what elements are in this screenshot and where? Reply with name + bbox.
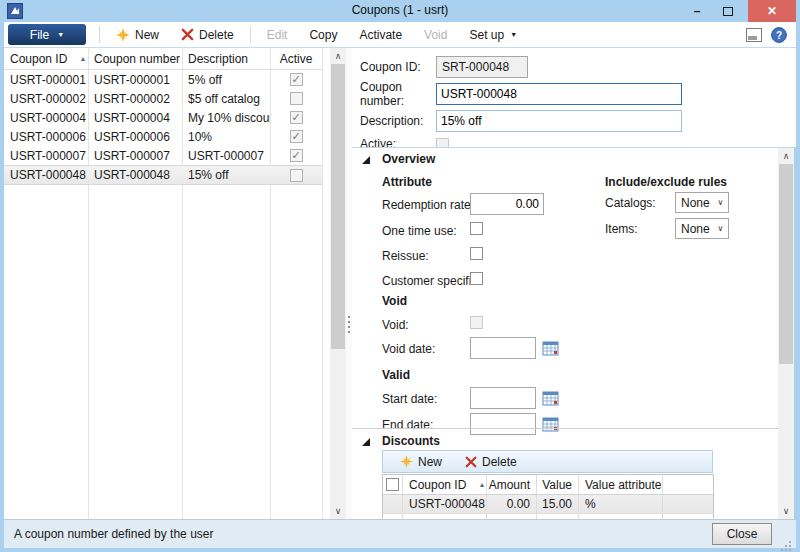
column-header-coupon-id[interactable]: Coupon ID ▲ (403, 475, 487, 494)
discounts-section-title[interactable]: Discounts (382, 434, 440, 448)
overview-expander-icon[interactable] (362, 156, 370, 164)
close-window-button[interactable]: ✕ (748, 0, 796, 22)
reissue-checkbox[interactable] (470, 247, 483, 260)
description-input[interactable] (436, 110, 682, 132)
start-date-input[interactable] (470, 387, 536, 409)
scroll-up-icon[interactable]: ∧ (778, 148, 794, 164)
table-row[interactable]: USRT-000007 USRT-000007 USRT-000007 ✓ (4, 146, 322, 165)
calendar-icon[interactable] (542, 340, 559, 356)
discount-row-selected[interactable]: USRT-000048 0.00 15.00 % (383, 495, 713, 514)
titlebar: Coupons (1 - usrt) – ✕ (0, 0, 800, 22)
list-rows: USRT-000001 USRT-000001 5% off ✓ USRT-00… (4, 70, 322, 185)
close-button[interactable]: Close (712, 523, 772, 545)
minimize-button[interactable]: – (684, 0, 710, 22)
help-icon[interactable]: ? (771, 27, 787, 43)
column-header-active[interactable]: Active (270, 52, 322, 66)
calendar-icon[interactable] (542, 416, 559, 432)
one-time-use-checkbox[interactable] (470, 222, 483, 235)
active-checkbox (290, 92, 303, 105)
end-date-input[interactable] (470, 413, 536, 435)
column-header-value-attributes[interactable]: Value attributes (579, 475, 663, 494)
select-all-cell (383, 475, 403, 494)
attribute-group-title: Attribute (382, 175, 432, 189)
void-checkbox (470, 316, 483, 329)
status-message: A coupon number defined by the user (14, 527, 213, 541)
maximize-button[interactable] (714, 0, 742, 22)
redemption-rate-label: Redemption rate (382, 198, 471, 212)
file-menu-label: File (30, 28, 49, 42)
row-select-cell[interactable] (383, 495, 403, 513)
discounts-new-label: New (418, 455, 442, 469)
select-all-checkbox[interactable] (386, 478, 399, 491)
cell-coupon-number: USRT-000002 (88, 92, 182, 106)
table-row[interactable]: USRT-000004 USRT-000004 My 10% discount … (4, 108, 322, 127)
activate-button[interactable]: Activate (348, 23, 413, 47)
table-row[interactable]: USRT-000001 USRT-000001 5% off ✓ (4, 70, 322, 89)
catalogs-value: None (676, 196, 713, 210)
copy-button-label: Copy (309, 28, 337, 42)
layout-pane-icon[interactable] (746, 28, 762, 42)
chevron-down-icon: ∨ (713, 198, 728, 207)
scrollbar-thumb[interactable] (779, 164, 793, 364)
cell-description: My 10% discount (182, 111, 270, 125)
column-header-description[interactable]: Description (182, 52, 270, 66)
void-date-input[interactable] (470, 337, 536, 359)
new-button[interactable]: New (105, 23, 170, 47)
delete-icon (465, 456, 477, 468)
cell-coupon-id: USRT-000002 (4, 92, 88, 106)
redemption-rate-input[interactable] (470, 193, 544, 215)
scroll-down-icon[interactable]: ∨ (330, 503, 346, 519)
description-label: Description: (360, 114, 436, 128)
file-menu-button[interactable]: File ▼ (8, 24, 86, 45)
items-label: Items: (605, 222, 638, 236)
customer-specific-checkbox[interactable] (470, 272, 483, 285)
column-header-value[interactable]: Value (537, 475, 579, 494)
toolbar-separator (250, 26, 251, 43)
table-row[interactable]: USRT-000002 USRT-000002 $5 off catalog (4, 89, 322, 108)
app-window: Coupons (1 - usrt) – ✕ File ▼ New Delete… (0, 0, 800, 552)
items-dropdown[interactable]: None ∨ (675, 218, 729, 239)
discounts-grid: Coupon ID ▲ Amount Value Value attribute… (382, 474, 714, 519)
list-scrollbar[interactable]: ∧ ∨ (330, 48, 346, 519)
discounts-expander-icon[interactable] (362, 438, 370, 446)
void-button[interactable]: Void (413, 23, 458, 47)
chevron-down-icon: ▼ (510, 31, 517, 38)
discounts-delete-button[interactable]: Delete (456, 455, 526, 469)
column-header-amount[interactable]: Amount (487, 475, 537, 494)
scroll-up-icon[interactable]: ∧ (330, 48, 346, 64)
catalogs-dropdown[interactable]: None ∨ (675, 192, 729, 213)
table-row[interactable]: USRT-000006 USRT-000006 10% ✓ (4, 127, 322, 146)
discounts-toolbar: New Delete (382, 450, 713, 473)
detail-scrollbar[interactable]: ∧ ∨ (778, 148, 794, 519)
coupon-number-input[interactable] (436, 83, 682, 105)
cell-coupon-id: USRT-000048 (4, 168, 88, 182)
cell-description: USRT-000007 (182, 149, 270, 163)
cell-coupon-id: USRT-000007 (4, 149, 88, 163)
delete-button[interactable]: Delete (170, 23, 245, 47)
statusbar: A coupon number defined by the user Clos… (4, 519, 796, 548)
valid-group-title: Valid (382, 368, 410, 382)
resize-grip-icon[interactable] (789, 541, 791, 543)
scroll-down-icon[interactable]: ∨ (778, 503, 794, 519)
overview-section-title[interactable]: Overview (382, 152, 435, 166)
column-header-label: Active (280, 52, 313, 66)
calendar-icon[interactable] (542, 390, 559, 406)
edit-button[interactable]: Edit (256, 23, 299, 47)
column-header-coupon-number[interactable]: Coupon number (88, 52, 182, 66)
discounts-new-button[interactable]: New (391, 455, 451, 469)
active-checkbox (290, 169, 303, 182)
new-icon (116, 28, 130, 42)
one-time-use-label: One time use: (382, 224, 457, 238)
scrollbar-thumb[interactable] (331, 64, 345, 349)
column-header-coupon-id[interactable]: Coupon ID ▲ (4, 52, 88, 66)
delete-button-label: Delete (199, 28, 234, 42)
discounts-delete-label: Delete (482, 455, 517, 469)
table-row-selected[interactable]: USRT-000048 USRT-000048 15% off (4, 165, 322, 185)
coupon-id-label: Coupon ID: (360, 60, 436, 74)
cell-coupon-number: USRT-000004 (88, 111, 182, 125)
copy-button[interactable]: Copy (298, 23, 348, 47)
setup-menu-button[interactable]: Set up ▼ (458, 23, 528, 47)
column-header-label: Value (542, 478, 572, 492)
void-group-title: Void (382, 294, 407, 308)
column-header-label: Amount (489, 478, 530, 492)
